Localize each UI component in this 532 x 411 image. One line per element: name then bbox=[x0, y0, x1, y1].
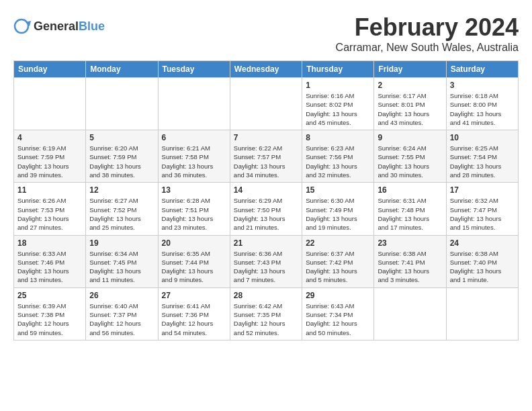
day-info: Sunrise: 6:30 AM Sunset: 7:49 PM Dayligh… bbox=[306, 196, 370, 232]
calendar-day-cell: 22Sunrise: 6:37 AM Sunset: 7:42 PM Dayli… bbox=[302, 235, 374, 287]
calendar-day-cell: 14Sunrise: 6:29 AM Sunset: 7:50 PM Dayli… bbox=[230, 183, 302, 235]
day-number: 1 bbox=[306, 81, 370, 90]
day-info: Sunrise: 6:39 AM Sunset: 7:38 PM Dayligh… bbox=[17, 302, 82, 337]
calendar-week-row: 4Sunrise: 6:19 AM Sunset: 7:59 PM Daylig… bbox=[14, 130, 519, 183]
calendar-day-cell: 13Sunrise: 6:28 AM Sunset: 7:51 PM Dayli… bbox=[158, 183, 230, 235]
calendar-day-cell: 11Sunrise: 6:26 AM Sunset: 7:53 PM Dayli… bbox=[14, 183, 86, 235]
day-number: 2 bbox=[378, 81, 442, 90]
day-number: 11 bbox=[17, 185, 82, 195]
day-number: 7 bbox=[234, 133, 298, 142]
day-info: Sunrise: 6:18 AM Sunset: 8:00 PM Dayligh… bbox=[450, 91, 515, 127]
day-number: 23 bbox=[378, 238, 442, 248]
day-number: 20 bbox=[162, 238, 226, 248]
calendar-day-cell: 27Sunrise: 6:41 AM Sunset: 7:36 PM Dayli… bbox=[158, 287, 230, 340]
day-info: Sunrise: 6:23 AM Sunset: 7:56 PM Dayligh… bbox=[306, 144, 370, 179]
svg-point-0 bbox=[15, 19, 28, 33]
day-info: Sunrise: 6:28 AM Sunset: 7:51 PM Dayligh… bbox=[162, 196, 226, 232]
day-number: 26 bbox=[89, 291, 154, 300]
calendar-day-cell: 7Sunrise: 6:22 AM Sunset: 7:57 PM Daylig… bbox=[230, 130, 302, 183]
calendar-day-cell: 15Sunrise: 6:30 AM Sunset: 7:49 PM Dayli… bbox=[302, 183, 374, 235]
calendar-day-cell: 16Sunrise: 6:31 AM Sunset: 7:48 PM Dayli… bbox=[374, 183, 446, 235]
day-info: Sunrise: 6:20 AM Sunset: 7:59 PM Dayligh… bbox=[89, 144, 154, 179]
calendar-day-cell: 29Sunrise: 6:43 AM Sunset: 7:34 PM Dayli… bbox=[302, 287, 374, 340]
calendar-empty-cell bbox=[374, 287, 446, 340]
day-info: Sunrise: 6:38 AM Sunset: 7:40 PM Dayligh… bbox=[450, 249, 515, 285]
day-number: 22 bbox=[306, 238, 370, 248]
day-info: Sunrise: 6:22 AM Sunset: 7:57 PM Dayligh… bbox=[234, 144, 298, 179]
logo: GeneralBlue bbox=[13, 17, 105, 36]
day-number: 19 bbox=[89, 238, 154, 248]
calendar-day-cell: 5Sunrise: 6:20 AM Sunset: 7:59 PM Daylig… bbox=[86, 130, 158, 183]
day-info: Sunrise: 6:27 AM Sunset: 7:52 PM Dayligh… bbox=[89, 196, 154, 232]
day-info: Sunrise: 6:19 AM Sunset: 7:59 PM Dayligh… bbox=[17, 144, 82, 179]
day-info: Sunrise: 6:26 AM Sunset: 7:53 PM Dayligh… bbox=[17, 196, 82, 232]
day-info: Sunrise: 6:40 AM Sunset: 7:37 PM Dayligh… bbox=[89, 302, 154, 337]
weekday-header: Monday bbox=[86, 61, 158, 78]
day-info: Sunrise: 6:29 AM Sunset: 7:50 PM Dayligh… bbox=[234, 196, 298, 232]
logo-icon bbox=[13, 17, 32, 36]
day-number: 24 bbox=[450, 238, 515, 248]
calendar-day-cell: 28Sunrise: 6:42 AM Sunset: 7:35 PM Dayli… bbox=[230, 287, 302, 340]
location-title: Carramar, New South Wales, Australia bbox=[336, 42, 519, 54]
day-number: 3 bbox=[450, 81, 515, 90]
calendar-day-cell: 25Sunrise: 6:39 AM Sunset: 7:38 PM Dayli… bbox=[14, 287, 86, 340]
day-number: 12 bbox=[89, 185, 154, 195]
day-info: Sunrise: 6:42 AM Sunset: 7:35 PM Dayligh… bbox=[234, 302, 298, 337]
calendar-day-cell: 26Sunrise: 6:40 AM Sunset: 7:37 PM Dayli… bbox=[86, 287, 158, 340]
calendar-header-row: SundayMondayTuesdayWednesdayThursdayFrid… bbox=[14, 61, 519, 78]
calendar-day-cell: 21Sunrise: 6:36 AM Sunset: 7:43 PM Dayli… bbox=[230, 235, 302, 287]
day-info: Sunrise: 6:24 AM Sunset: 7:55 PM Dayligh… bbox=[378, 144, 442, 179]
weekday-header: Thursday bbox=[302, 61, 374, 78]
day-info: Sunrise: 6:17 AM Sunset: 8:01 PM Dayligh… bbox=[378, 91, 442, 127]
calendar-day-cell: 4Sunrise: 6:19 AM Sunset: 7:59 PM Daylig… bbox=[14, 130, 86, 183]
calendar-day-cell: 9Sunrise: 6:24 AM Sunset: 7:55 PM Daylig… bbox=[374, 130, 446, 183]
day-info: Sunrise: 6:35 AM Sunset: 7:44 PM Dayligh… bbox=[162, 249, 226, 285]
day-number: 5 bbox=[89, 133, 154, 142]
day-number: 13 bbox=[162, 185, 226, 195]
calendar-day-cell: 24Sunrise: 6:38 AM Sunset: 7:40 PM Dayli… bbox=[446, 235, 518, 287]
calendar-week-row: 11Sunrise: 6:26 AM Sunset: 7:53 PM Dayli… bbox=[14, 183, 519, 235]
weekday-header: Saturday bbox=[446, 61, 518, 78]
day-number: 29 bbox=[306, 291, 370, 300]
calendar-day-cell: 18Sunrise: 6:33 AM Sunset: 7:46 PM Dayli… bbox=[14, 235, 86, 287]
day-info: Sunrise: 6:37 AM Sunset: 7:42 PM Dayligh… bbox=[306, 249, 370, 285]
weekday-header: Sunday bbox=[14, 61, 86, 78]
calendar-day-cell: 20Sunrise: 6:35 AM Sunset: 7:44 PM Dayli… bbox=[158, 235, 230, 287]
calendar-day-cell: 2Sunrise: 6:17 AM Sunset: 8:01 PM Daylig… bbox=[374, 78, 446, 130]
calendar-day-cell: 3Sunrise: 6:18 AM Sunset: 8:00 PM Daylig… bbox=[446, 78, 518, 130]
logo-general-text: General bbox=[34, 19, 79, 33]
calendar-week-row: 1Sunrise: 6:16 AM Sunset: 8:02 PM Daylig… bbox=[14, 78, 519, 130]
day-number: 21 bbox=[234, 238, 298, 248]
day-info: Sunrise: 6:33 AM Sunset: 7:46 PM Dayligh… bbox=[17, 249, 82, 285]
day-number: 15 bbox=[306, 185, 370, 195]
day-number: 28 bbox=[234, 291, 298, 300]
calendar-week-row: 18Sunrise: 6:33 AM Sunset: 7:46 PM Dayli… bbox=[14, 235, 519, 287]
day-number: 16 bbox=[378, 185, 442, 195]
day-number: 14 bbox=[234, 185, 298, 195]
weekday-header: Tuesday bbox=[158, 61, 230, 78]
calendar-day-cell: 19Sunrise: 6:34 AM Sunset: 7:45 PM Dayli… bbox=[86, 235, 158, 287]
calendar-day-cell: 23Sunrise: 6:38 AM Sunset: 7:41 PM Dayli… bbox=[374, 235, 446, 287]
calendar-empty-cell bbox=[230, 78, 302, 130]
calendar-day-cell: 8Sunrise: 6:23 AM Sunset: 7:56 PM Daylig… bbox=[302, 130, 374, 183]
calendar-day-cell: 17Sunrise: 6:32 AM Sunset: 7:47 PM Dayli… bbox=[446, 183, 518, 235]
day-info: Sunrise: 6:25 AM Sunset: 7:54 PM Dayligh… bbox=[450, 144, 515, 179]
day-number: 8 bbox=[306, 133, 370, 142]
page-header: GeneralBlue February 2024 Carramar, New … bbox=[13, 13, 519, 54]
day-number: 25 bbox=[17, 291, 82, 300]
calendar-day-cell: 10Sunrise: 6:25 AM Sunset: 7:54 PM Dayli… bbox=[446, 130, 518, 183]
day-info: Sunrise: 6:16 AM Sunset: 8:02 PM Dayligh… bbox=[306, 91, 370, 127]
calendar-day-cell: 6Sunrise: 6:21 AM Sunset: 7:58 PM Daylig… bbox=[158, 130, 230, 183]
day-info: Sunrise: 6:32 AM Sunset: 7:47 PM Dayligh… bbox=[450, 196, 515, 232]
day-number: 27 bbox=[162, 291, 226, 300]
day-info: Sunrise: 6:34 AM Sunset: 7:45 PM Dayligh… bbox=[89, 249, 154, 285]
day-number: 17 bbox=[450, 185, 515, 195]
calendar-empty-cell bbox=[86, 78, 158, 130]
day-number: 9 bbox=[378, 133, 442, 142]
calendar-day-cell: 12Sunrise: 6:27 AM Sunset: 7:52 PM Dayli… bbox=[86, 183, 158, 235]
day-number: 10 bbox=[450, 133, 515, 142]
calendar-table: SundayMondayTuesdayWednesdayThursdayFrid… bbox=[13, 60, 519, 340]
weekday-header: Wednesday bbox=[230, 61, 302, 78]
logo-blue-text: Blue bbox=[79, 19, 105, 33]
calendar-empty-cell bbox=[158, 78, 230, 130]
